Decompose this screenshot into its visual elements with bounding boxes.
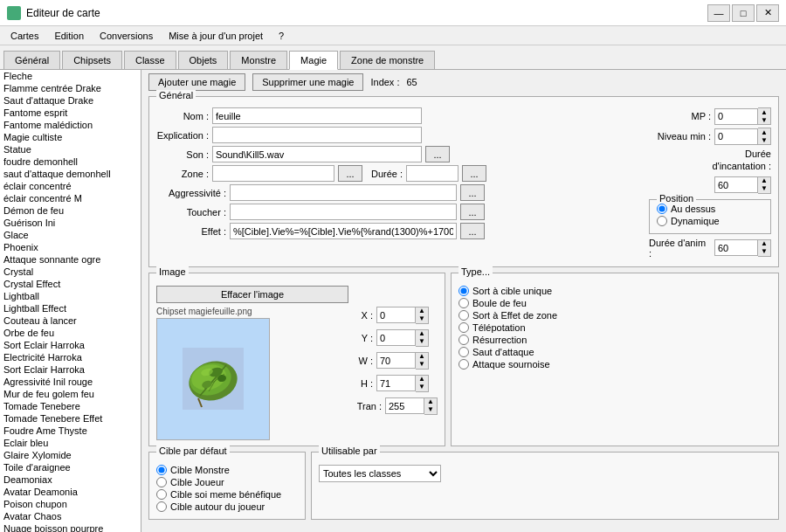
list-item[interactable]: Agressivité Inil rouge (0, 376, 141, 388)
type-radio-5[interactable] (458, 347, 469, 357)
list-item[interactable]: éclair concentré (0, 180, 141, 192)
list-item[interactable]: Electricité Harroka (0, 351, 141, 363)
x-spin-down[interactable]: ▼ (416, 315, 428, 323)
explication-input[interactable] (212, 127, 422, 143)
list-item[interactable]: Deamoniax (0, 473, 141, 486)
mp-input[interactable] (714, 108, 758, 125)
tab-classe[interactable]: Classe (124, 51, 176, 69)
list-item[interactable]: Attaque sonnante ogre (0, 253, 141, 266)
list-item[interactable]: Orbe de feu (0, 327, 141, 339)
list-item[interactable]: Crystal Effect (0, 278, 141, 290)
niveau-min-spin-down[interactable]: ▼ (758, 136, 770, 144)
list-item[interactable]: Couteau à lancer (0, 314, 141, 327)
list-item[interactable]: saut d'attaque demonhell (0, 168, 141, 180)
toucher-browse-button[interactable]: ... (460, 204, 485, 220)
maximize-button[interactable]: □ (732, 4, 755, 22)
duree-incantation-input[interactable] (714, 176, 758, 193)
position-au-dessus-radio[interactable] (657, 204, 667, 214)
type-radio-4[interactable] (458, 335, 469, 345)
tab-monstre[interactable]: Monstre (230, 51, 287, 69)
x-input[interactable] (376, 307, 416, 323)
list-item[interactable]: Glaire Xylomide (0, 449, 141, 461)
list-item[interactable]: Tomade Tenebere Effet (0, 412, 141, 425)
h-spin-down[interactable]: ▼ (416, 383, 428, 391)
list-item[interactable]: Crystal (0, 266, 141, 278)
list-item[interactable]: Fleche (0, 70, 141, 82)
type-radio-6[interactable] (458, 359, 469, 370)
y-spin-down[interactable]: ▼ (416, 338, 428, 346)
list-item[interactable]: Phoenix (0, 241, 141, 253)
list-item[interactable]: Sort Eclair Harroka (0, 339, 141, 351)
list-item[interactable]: Avatar Chaos (0, 510, 141, 522)
niveau-min-input[interactable] (714, 128, 758, 145)
tab-general[interactable]: Général (3, 51, 60, 69)
mp-spin-down[interactable]: ▼ (758, 116, 770, 124)
list-item[interactable]: Eclair bleu (0, 437, 141, 449)
tab-chipsets[interactable]: Chipsets (62, 51, 122, 69)
list-item[interactable]: Statue (0, 143, 141, 155)
efface-image-button[interactable]: Effacer l'image (156, 286, 348, 303)
utilisable-dropdown[interactable]: Toutes les classes (319, 465, 441, 482)
menu-edition[interactable]: Edition (47, 29, 91, 43)
list-item[interactable]: Avatar Deamonia (0, 486, 141, 498)
title-controls[interactable]: — □ ✕ (707, 4, 779, 22)
list-item[interactable]: Foudre Ame Thyste (0, 425, 141, 437)
menu-cartes[interactable]: Cartes (3, 29, 45, 43)
list-item[interactable]: Guérison Ini (0, 217, 141, 229)
tab-zone-monstre[interactable]: Zone de monstre (340, 51, 435, 69)
cible-radio-3[interactable] (156, 501, 167, 512)
list-item[interactable]: Fantome malédiction (0, 119, 141, 131)
list-item[interactable]: Poison chupon (0, 498, 141, 510)
list-item[interactable]: Sort Eclair Harroka (0, 363, 141, 376)
duree-browse-button[interactable]: ... (462, 165, 486, 182)
son-input[interactable] (212, 146, 422, 162)
list-item[interactable]: Fantome esprit (0, 107, 141, 119)
cible-radio-1[interactable] (156, 477, 167, 487)
duree-anim-spin-down[interactable]: ▼ (758, 248, 770, 256)
type-radio-3[interactable] (458, 322, 469, 333)
cible-radio-0[interactable] (156, 465, 167, 475)
list-item[interactable]: Magie cultiste (0, 131, 141, 143)
w-spin-down[interactable]: ▼ (416, 361, 428, 369)
list-item[interactable]: Démon de feu (0, 204, 141, 217)
close-button[interactable]: ✕ (756, 4, 779, 22)
cible-radio-2[interactable] (156, 489, 167, 500)
add-spell-button[interactable]: Ajouter une magie (148, 73, 245, 91)
duree-anim-input[interactable] (714, 239, 758, 256)
duree-incantation-spin-buttons[interactable]: ▲ ▼ (758, 176, 771, 194)
minimize-button[interactable]: — (707, 4, 730, 22)
type-radio-0[interactable] (458, 286, 469, 296)
duree-input[interactable] (406, 165, 458, 182)
list-item[interactable]: Glace (0, 229, 141, 241)
w-input[interactable] (376, 352, 416, 369)
h-input[interactable] (376, 375, 416, 391)
position-dynamique-radio[interactable] (657, 216, 667, 226)
type-radio-1[interactable] (458, 298, 469, 308)
list-item[interactable]: Lightball Effect (0, 302, 141, 314)
tran-input[interactable] (385, 397, 424, 414)
list-item[interactable]: Nuage boisson pourpre (0, 522, 141, 532)
duree-anim-spin-buttons[interactable]: ▲ ▼ (758, 239, 771, 257)
duree-incantation-spin-down[interactable]: ▼ (758, 185, 770, 193)
son-browse-button[interactable]: ... (425, 146, 450, 162)
mp-spin-up[interactable]: ▲ (758, 108, 770, 116)
list-item[interactable]: Lightball (0, 290, 141, 302)
type-radio-2[interactable] (458, 310, 469, 321)
list-item[interactable]: éclair concentré M (0, 192, 141, 204)
niveau-min-spin-buttons[interactable]: ▲ ▼ (758, 128, 771, 145)
mp-spin-buttons[interactable]: ▲ ▼ (758, 107, 771, 125)
nom-input[interactable] (212, 107, 422, 124)
menu-conversions[interactable]: Conversions (93, 29, 160, 43)
list-item[interactable]: Tomade Tenebere (0, 400, 141, 412)
list-item[interactable]: foudre demonhell (0, 155, 141, 168)
y-input[interactable] (376, 329, 416, 346)
menu-mise-a-jour[interactable]: Mise à jour d'un projet (162, 29, 270, 43)
agressivite-input[interactable] (230, 184, 457, 201)
list-item[interactable]: Saut d'attaque Drake (0, 94, 141, 107)
tran-spin-down[interactable]: ▼ (424, 406, 437, 414)
tab-magie[interactable]: Magie (289, 51, 338, 70)
list-item[interactable]: Mur de feu golem feu (0, 388, 141, 400)
tab-objets[interactable]: Objets (178, 51, 229, 69)
zone-browse-button[interactable]: ... (338, 165, 362, 182)
list-item[interactable]: Flamme centrée Drake (0, 82, 141, 94)
